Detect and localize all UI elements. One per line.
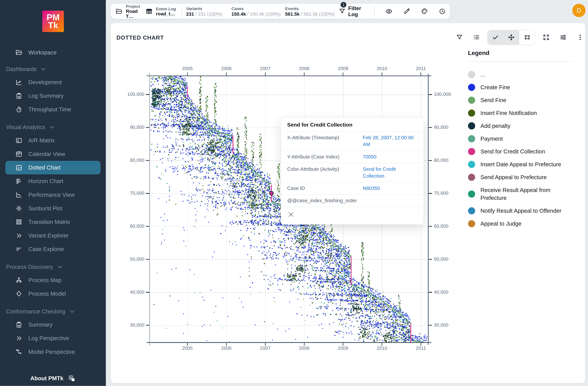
metric-value: 231 / 231 (100%) bbox=[186, 11, 231, 17]
pmtk-logo[interactable]: PM Tk bbox=[42, 11, 64, 32]
x-axis-label: 2005 bbox=[182, 346, 193, 351]
sidebar-item-development[interactable]: Development bbox=[5, 76, 101, 89]
sidebar-item-label: Process Model bbox=[28, 290, 66, 297]
x-axis-label: 2011 bbox=[416, 346, 426, 351]
metric-cases: Cases150.4k / 150.4k (100%) bbox=[231, 6, 285, 16]
y-axis-label: 100,000 bbox=[127, 92, 144, 97]
sidebar-item-variant-explorer[interactable]: Variant Explorer bbox=[5, 229, 101, 242]
tooltip-row: @@case_index_finishing_order bbox=[281, 194, 423, 207]
sidebar-item-model-perspective[interactable]: Model Perspective bbox=[5, 345, 101, 359]
legend-label: Add penalty bbox=[481, 122, 510, 130]
user-avatar[interactable]: D bbox=[572, 4, 586, 17]
settings-sliders-icon[interactable] bbox=[555, 30, 572, 45]
sidebar-item-dotted-chart[interactable]: Dotted Chart bbox=[5, 161, 101, 174]
y-axis-label: 70,000 bbox=[130, 190, 144, 196]
logo-text-bottom: Tk bbox=[48, 21, 58, 29]
tooltip-row-label: @@case_index_finishing_order bbox=[287, 197, 417, 204]
rect-select-button[interactable] bbox=[519, 30, 535, 45]
legend-panel: Legend ...Create FineSend FineInsert Fin… bbox=[468, 50, 572, 228]
sidebar-item-throughput-time[interactable]: Throughput Time bbox=[5, 103, 101, 116]
chart-filter-icon[interactable] bbox=[451, 30, 468, 45]
list-icon[interactable] bbox=[468, 30, 485, 45]
sidebar-item-log-perspective[interactable]: Log Perspective bbox=[5, 331, 101, 345]
sidebar-item-label: Development bbox=[28, 79, 62, 86]
folder-icon bbox=[115, 8, 123, 15]
palette-icon[interactable] bbox=[421, 8, 428, 15]
sidebar-item-summary[interactable]: Summary bbox=[5, 318, 101, 331]
tooltip-row: X-Attribute (Timestamp)Feb 28, 2007, 12:… bbox=[281, 131, 423, 151]
sidebar-item-performance-view[interactable]: Performance View bbox=[5, 188, 101, 202]
legend-color-dot bbox=[468, 174, 475, 181]
sidebar-item-label: Calendar View bbox=[28, 151, 65, 157]
legend-divider bbox=[468, 61, 572, 61]
section-header-visual-analytics[interactable]: Visual Analytics bbox=[6, 122, 106, 132]
gridline-horizontal bbox=[150, 325, 428, 326]
chevron-down-icon bbox=[40, 65, 47, 73]
select-mode-button[interactable] bbox=[487, 30, 503, 45]
legend-item: Appeal to Judge bbox=[468, 220, 572, 228]
legend-color-dot bbox=[468, 191, 475, 198]
gridline-horizontal bbox=[150, 226, 428, 227]
legend-color-dot bbox=[468, 220, 475, 227]
sidebar-item-horizon-chart[interactable]: Horizon Chart bbox=[5, 174, 101, 188]
sidebar: PM Tk Workspace DashboardsDevelopmentLog… bbox=[0, 0, 106, 386]
history-clock-icon[interactable] bbox=[439, 8, 446, 15]
legend-item: Payment bbox=[468, 135, 572, 143]
annotation-line bbox=[187, 86, 188, 99]
sidebar-item-label: Variant Explorer bbox=[28, 232, 68, 239]
about-pmtk-button[interactable]: About PMTk bbox=[0, 375, 106, 382]
sidebar-item-workspace[interactable]: Workspace bbox=[5, 47, 101, 58]
x-axis-tick bbox=[226, 73, 227, 76]
sidebar-item-a-r-matrix[interactable]: A/R Matrix bbox=[5, 134, 101, 147]
close-icon[interactable] bbox=[287, 213, 295, 220]
fullscreen-icon[interactable] bbox=[538, 30, 555, 45]
project-value: Road T… bbox=[126, 9, 145, 19]
pan-mode-button[interactable] bbox=[504, 30, 519, 45]
annotation-line bbox=[232, 135, 233, 154]
tooltip-row-value: 70050 bbox=[363, 154, 417, 160]
x-axis-label: 2007 bbox=[260, 66, 271, 71]
legend-color-dot bbox=[468, 135, 475, 142]
legend-label: Notify Result Appeal to Offender bbox=[481, 207, 561, 215]
legend-label: Appeal to Judge bbox=[481, 220, 522, 228]
y-axis-tick bbox=[429, 259, 432, 260]
sidebar-item-case-explorer[interactable]: Case Explorer bbox=[5, 242, 101, 256]
legend-color-dot bbox=[468, 110, 475, 117]
legend-label: Payment bbox=[481, 135, 503, 143]
y-axis-tick bbox=[429, 325, 432, 326]
tooltip-row: Case IDN80350 bbox=[281, 182, 423, 194]
section-header-conformance-checking[interactable]: Conformance Checking bbox=[6, 307, 106, 316]
more-options-icon[interactable] bbox=[572, 30, 588, 45]
y-axis-tick bbox=[146, 226, 149, 227]
section-label: Conformance Checking bbox=[6, 308, 65, 315]
sidebar-item-process-model[interactable]: Process Model bbox=[5, 287, 101, 301]
event-log-selector[interactable]: Event Log road_t… bbox=[145, 6, 178, 16]
y-axis-label: 90,000 bbox=[434, 124, 448, 130]
legend-label: Send Fine bbox=[481, 96, 506, 104]
sidebar-item-label: Horizon Chart bbox=[28, 178, 63, 184]
pencil-icon[interactable] bbox=[403, 8, 410, 15]
sidebar-item-calendar-view[interactable]: Calendar View bbox=[5, 147, 101, 161]
filter-log-button[interactable]: 1 Filter Log bbox=[338, 5, 370, 17]
project-selector[interactable]: Project Road T… bbox=[115, 4, 145, 19]
section-header-dashboards[interactable]: Dashboards bbox=[6, 64, 106, 74]
legend-label: Create Fine bbox=[481, 83, 510, 91]
sidebar-item-process-map[interactable]: Process Map bbox=[5, 273, 101, 287]
gridline-vertical bbox=[265, 76, 266, 343]
sidebar-item-sunburst-plot[interactable]: Sunburst Plot bbox=[5, 202, 101, 215]
section-header-process-discovery[interactable]: Process Discovery bbox=[6, 262, 106, 272]
y-axis-label: 100,000 bbox=[434, 92, 451, 97]
sidebar-item-label: Transition Matrix bbox=[28, 219, 70, 225]
gridline-vertical bbox=[226, 76, 227, 343]
sidebar-item-log-summary[interactable]: Log Summary bbox=[5, 89, 101, 103]
sidebar-item-transition-matrix[interactable]: Transition Matrix bbox=[5, 215, 101, 229]
legend-color-dot bbox=[468, 122, 475, 129]
annotation-line bbox=[410, 324, 411, 342]
eye-icon[interactable] bbox=[385, 8, 393, 15]
branch-icon bbox=[15, 348, 23, 356]
x-axis-label: 2010 bbox=[377, 66, 387, 71]
page-title: DOTTED CHART bbox=[116, 34, 164, 41]
y-axis-label: 90,000 bbox=[130, 124, 144, 130]
clipboard-chart-icon bbox=[15, 92, 23, 100]
legend-items: ...Create FineSend FineInsert Fine Notif… bbox=[468, 71, 572, 228]
